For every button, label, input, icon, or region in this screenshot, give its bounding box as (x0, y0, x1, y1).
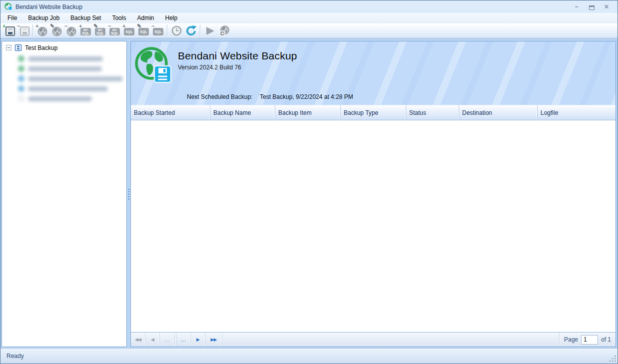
website-item-icon (18, 65, 24, 72)
menu-backup-job[interactable]: Backup Job (22, 13, 65, 22)
tree-root-label: Test Backup (25, 44, 57, 51)
refresh-button[interactable] (184, 24, 198, 37)
menu-file[interactable]: File (2, 13, 22, 22)
plus-glyph: + (122, 23, 125, 29)
sql-icon: SQL (153, 28, 163, 35)
mysql-icon: MY SQL (95, 28, 105, 35)
delete-sql-database-button[interactable]: SQL − (151, 24, 165, 37)
globe-arrow-icon (218, 25, 230, 37)
title-bar: Bendani Website Backup – ✕ (0, 0, 618, 13)
plus-glyph: + (35, 23, 38, 29)
add-sql-database-button[interactable]: SQL + (122, 24, 136, 37)
tree-item-redacted[interactable] (18, 55, 126, 62)
mysql-icon: MY SQL (80, 28, 91, 35)
app-window: Bendani Website Backup – ✕ File Backup J… (0, 0, 618, 364)
close-icon[interactable]: ✕ (603, 4, 610, 10)
main-header: Bendani Website Backup Version 2024.2 Bu… (131, 41, 616, 105)
database-item-icon (18, 75, 24, 82)
next-range-button[interactable]: … (176, 333, 191, 347)
sql-icon: SQL (124, 28, 134, 35)
column-logfile[interactable]: Logfile (538, 105, 616, 120)
column-destination[interactable]: Destination (459, 105, 538, 120)
resize-grip-icon[interactable] (610, 356, 616, 362)
column-backup-name[interactable]: Backup Name (210, 105, 275, 120)
clock-icon (171, 25, 182, 36)
remove-backup-job-button[interactable]: − (16, 24, 31, 37)
content-area: Test Backup (0, 40, 618, 348)
main-panel: Bendani Website Backup Version 2024.2 Bu… (130, 41, 616, 347)
edit-website-button[interactable]: ✎ (49, 24, 64, 37)
toolbar: + − + (0, 23, 618, 38)
menu-tools[interactable]: Tools (106, 13, 131, 22)
edit-sql-database-button[interactable]: SQL ✎ (136, 24, 151, 37)
page-of-label: of 1 (601, 336, 611, 343)
run-backup-button[interactable] (202, 24, 217, 37)
menu-bar: File Backup Job Backup Set Tools Admin H… (0, 13, 618, 23)
add-mysql-database-button[interactable]: MY SQL + (78, 24, 93, 37)
page-number-input[interactable] (581, 335, 598, 345)
status-text: Ready (6, 353, 24, 360)
refresh-icon (185, 24, 197, 37)
edit-mysql-database-button[interactable]: MY SQL ✎ (93, 24, 107, 37)
page-title: Bendani Website Backup (178, 50, 297, 62)
last-page-button[interactable]: ▶▶ (205, 333, 222, 347)
mysql-icon: MY SQL (109, 28, 120, 35)
toolbar-separator (167, 24, 168, 37)
restore-button[interactable] (217, 24, 231, 37)
backup-tree-panel: Test Backup (1, 41, 127, 347)
pencil-glyph: ✎ (50, 23, 54, 29)
database-item-icon (18, 85, 24, 92)
next-scheduled-backup-label: Next Scheduled Backup: (187, 93, 252, 100)
plus-glyph: + (79, 23, 82, 29)
column-status[interactable]: Status (406, 105, 459, 120)
backup-table-header: Backup Started Backup Name Backup Item B… (131, 105, 616, 120)
panel-splitter[interactable] (127, 41, 130, 347)
tree-root-test-backup[interactable]: Test Backup (6, 44, 126, 51)
add-backup-job-button[interactable]: + (2, 24, 16, 37)
website-item-icon (18, 55, 24, 62)
next-page-button[interactable]: ▶ (191, 333, 205, 347)
version-label: Version 2024.2 Build 76 (178, 64, 297, 71)
toolbar-separator (32, 24, 33, 37)
tree-item-redacted[interactable] (18, 85, 126, 92)
column-backup-item[interactable]: Backup Item (275, 105, 341, 120)
maximize-icon[interactable] (588, 4, 595, 10)
collapse-icon[interactable] (6, 45, 11, 50)
app-logo-icon (4, 2, 12, 11)
previous-page-button[interactable]: ◀ (145, 333, 160, 347)
backup-table-body (131, 120, 616, 332)
minus-glyph: − (108, 23, 111, 29)
tree-item-redacted[interactable] (18, 75, 126, 82)
tree-item-redacted[interactable] (18, 65, 126, 72)
pencil-glyph: ✎ (93, 23, 98, 29)
plus-glyph: + (2, 23, 5, 29)
first-page-button[interactable]: ◀◀ (131, 333, 145, 347)
column-backup-started[interactable]: Backup Started (131, 105, 210, 120)
pencil-glyph: ✎ (137, 23, 141, 29)
minus-glyph: − (17, 23, 20, 29)
app-logo (134, 45, 172, 87)
folder-item-icon (18, 95, 24, 102)
menu-help[interactable]: Help (159, 13, 183, 22)
pagination-bar: ◀◀ ◀ … … ▶ ▶▶ Page of 1 (131, 332, 616, 347)
menu-backup-set[interactable]: Backup Set (65, 13, 106, 22)
schedule-button[interactable] (169, 24, 184, 37)
tree-children-redacted (18, 55, 126, 102)
toolbar-separator (200, 24, 201, 37)
previous-range-button[interactable]: … (160, 333, 174, 347)
status-bar: Ready (0, 348, 618, 364)
minus-glyph: − (151, 23, 154, 29)
floppy-disk (154, 66, 171, 82)
window-controls: – ✕ (573, 4, 614, 10)
tree-item-redacted[interactable] (18, 95, 126, 102)
delete-website-button[interactable]: − (64, 24, 78, 37)
menu-admin[interactable]: Admin (131, 13, 159, 22)
delete-mysql-database-button[interactable]: MY SQL − (107, 24, 122, 37)
add-website-button[interactable]: + (35, 24, 49, 37)
backup-job-icon (14, 44, 22, 51)
column-backup-type[interactable]: Backup Type (341, 105, 406, 120)
play-icon (204, 25, 215, 36)
minimize-icon[interactable]: – (573, 4, 580, 10)
minus-glyph: − (64, 23, 67, 29)
page-label: Page (564, 336, 578, 343)
